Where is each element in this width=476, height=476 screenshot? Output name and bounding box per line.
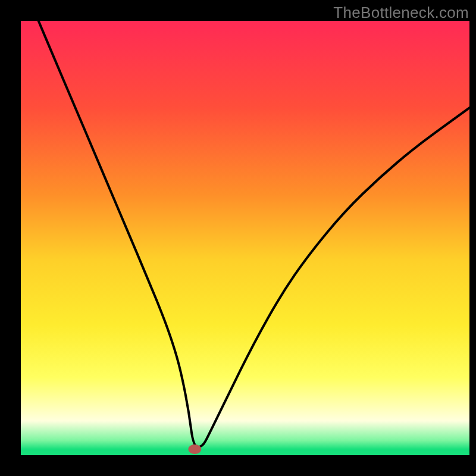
bottleneck-chart (0, 0, 476, 476)
plot-background (20, 20, 470, 456)
optimal-point-marker (188, 444, 201, 454)
chart-frame: TheBottleneck.com (0, 0, 476, 476)
plot-bottom-band (20, 450, 470, 456)
watermark-label: TheBottleneck.com (333, 4, 469, 22)
